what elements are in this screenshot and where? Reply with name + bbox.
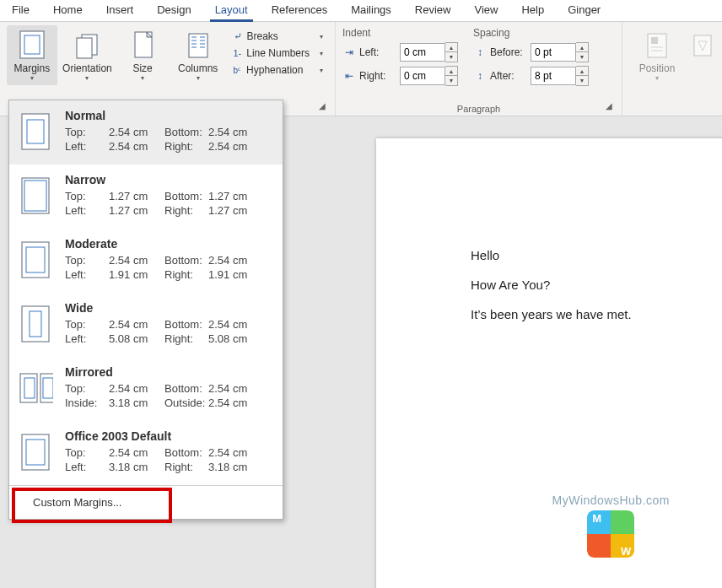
- wrap-text-icon: [691, 29, 714, 61]
- margins-option-name: Wide: [65, 301, 274, 315]
- breaks-icon: ⤶: [234, 30, 242, 42]
- spacing-after-icon: ↕: [473, 69, 487, 83]
- breaks-label: Breaks: [247, 30, 278, 42]
- indent-left-icon: ⇥: [342, 46, 356, 59]
- tab-help[interactable]: Help: [509, 0, 556, 21]
- margins-preset-icon: [18, 429, 53, 475]
- spacing-after-row: ↕ After: ▲▼: [473, 66, 589, 86]
- margins-option-name: Office 2003 Default: [65, 429, 274, 443]
- chevron-down-icon: ▾: [62, 74, 112, 82]
- hyphenation-button[interactable]: bᶜHyphenation▾: [229, 62, 328, 78]
- size-label: Size: [132, 62, 152, 74]
- columns-button[interactable]: Columns▾: [173, 25, 224, 85]
- line-numbers-button[interactable]: 1-Line Numbers▾: [229, 46, 328, 61]
- margins-option-narrow[interactable]: NarrowTop:1.27 cmBottom:1.27 cmLeft:1.27…: [9, 165, 283, 229]
- group-arrange: Position▾: [622, 22, 722, 116]
- margins-button[interactable]: Margins▾: [7, 25, 57, 85]
- spin-down-icon[interactable]: ▼: [576, 76, 588, 85]
- position-button: Position▾: [629, 25, 685, 85]
- svg-rect-19: [22, 114, 49, 149]
- columns-label: Columns: [178, 62, 218, 74]
- hyphenation-icon: bᶜ: [234, 66, 242, 75]
- document-page[interactable]: HelloHow Are You?It’s been years we have…: [376, 138, 722, 588]
- indent-header: Indent: [342, 25, 458, 42]
- margins-option-name: Moderate: [65, 237, 274, 251]
- margins-icon: [18, 29, 46, 61]
- spacing-before-row: ↕ Before: ▲▼: [473, 42, 589, 62]
- custom-margins-label: Custom Margins...: [9, 486, 121, 519]
- spin-down-icon[interactable]: ▼: [576, 52, 588, 62]
- paragraph-dialog-launcher[interactable]: ◢: [603, 102, 615, 114]
- spacing-before-label: Before:: [490, 46, 527, 58]
- tab-references[interactable]: References: [260, 0, 339, 21]
- hyphenation-label: Hyphenation: [246, 64, 303, 76]
- orientation-label: Orientation: [62, 62, 112, 74]
- indent-left-label: Left:: [359, 46, 396, 58]
- document-line[interactable]: How Are You?: [471, 278, 722, 292]
- spacing-header: Spacing: [473, 25, 589, 42]
- spin-down-icon[interactable]: ▼: [445, 76, 457, 85]
- position-icon: [643, 29, 671, 61]
- margins-option-name: Normal: [65, 109, 274, 122]
- tab-layout[interactable]: Layout: [203, 0, 260, 21]
- position-label: Position: [639, 62, 676, 74]
- margins-dropdown: NormalTop:2.54 cmBottom:2.54 cmLeft:2.54…: [8, 100, 283, 520]
- chevron-down-icon: ▾: [178, 74, 218, 82]
- breaks-button[interactable]: ⤶Breaks▾: [229, 29, 328, 44]
- chevron-down-icon: ▾: [13, 74, 50, 82]
- spin-up-icon[interactable]: ▲: [445, 43, 457, 52]
- orientation-icon: [73, 29, 101, 61]
- svg-rect-15: [651, 37, 658, 44]
- spin-down-icon[interactable]: ▼: [445, 52, 457, 62]
- chevron-down-icon: ▾: [315, 67, 323, 74]
- tab-design[interactable]: Design: [145, 0, 202, 21]
- tab-ginger[interactable]: Ginger: [556, 0, 612, 21]
- margins-option-office-2003-default[interactable]: Office 2003 DefaultTop:2.54 cmBottom:2.5…: [9, 421, 283, 485]
- margins-preset-icon: [18, 301, 53, 347]
- spin-up-icon[interactable]: ▲: [576, 43, 588, 52]
- tab-mailings[interactable]: Mailings: [339, 0, 403, 21]
- indent-right-input[interactable]: ▲▼: [400, 66, 458, 86]
- custom-margins-item[interactable]: Custom Margins...: [9, 485, 283, 519]
- orientation-button[interactable]: Orientation▾: [62, 25, 113, 85]
- document-line[interactable]: Hello: [471, 248, 722, 262]
- wrap-text-button: [690, 25, 715, 64]
- document-line[interactable]: It’s been years we have met.: [471, 307, 722, 321]
- tab-review[interactable]: Review: [403, 0, 463, 21]
- spin-up-icon[interactable]: ▲: [445, 67, 457, 76]
- indent-right-icon: ⇤: [342, 69, 356, 83]
- margins-option-name: Narrow: [65, 173, 274, 186]
- margins-option-wide[interactable]: WideTop:2.54 cmBottom:2.54 cmLeft:5.08 c…: [9, 293, 283, 357]
- margins-preset-icon: [18, 173, 53, 218]
- tab-home[interactable]: Home: [41, 0, 94, 21]
- margins-option-mirrored[interactable]: MirroredTop:2.54 cmBottom:2.54 cmInside:…: [9, 357, 283, 421]
- indent-left-input[interactable]: ▲▼: [400, 42, 458, 62]
- tab-file[interactable]: File: [0, 0, 41, 21]
- margins-option-moderate[interactable]: ModerateTop:2.54 cmBottom:2.54 cmLeft:1.…: [9, 229, 283, 293]
- chevron-down-icon: ▾: [132, 74, 152, 82]
- page-setup-dialog-launcher[interactable]: ◢: [316, 102, 328, 114]
- group-paragraph: Indent ⇥ Left: ▲▼ ⇤ Right: ▲▼ Spacing ↕ …: [336, 22, 622, 116]
- chevron-down-icon: ▾: [315, 50, 323, 57]
- svg-rect-3: [77, 38, 92, 58]
- spacing-after-label: After:: [490, 70, 527, 82]
- tab-insert[interactable]: Insert: [94, 0, 146, 21]
- ribbon-tabs: FileHomeInsertDesignLayoutReferencesMail…: [0, 0, 722, 22]
- svg-rect-21: [22, 178, 49, 213]
- margins-option-normal[interactable]: NormalTop:2.54 cmBottom:2.54 cmLeft:2.54…: [9, 100, 283, 165]
- margins-label: Margins: [13, 62, 50, 74]
- spacing-after-input[interactable]: ▲▼: [531, 66, 589, 86]
- svg-rect-18: [694, 35, 711, 56]
- size-button[interactable]: Size▾: [117, 25, 168, 85]
- margins-preset-icon: [18, 237, 53, 283]
- size-icon: [128, 29, 157, 61]
- spacing-before-input[interactable]: ▲▼: [531, 42, 589, 62]
- paragraph-group-title: Paragraph: [457, 104, 500, 114]
- line-numbers-label: Line Numbers: [246, 47, 310, 59]
- margins-preset-icon: [18, 365, 53, 411]
- margins-option-name: Mirrored: [65, 365, 274, 379]
- columns-icon: [184, 29, 213, 61]
- spin-up-icon[interactable]: ▲: [576, 67, 588, 76]
- tab-view[interactable]: View: [462, 0, 509, 21]
- indent-right-label: Right:: [359, 70, 396, 82]
